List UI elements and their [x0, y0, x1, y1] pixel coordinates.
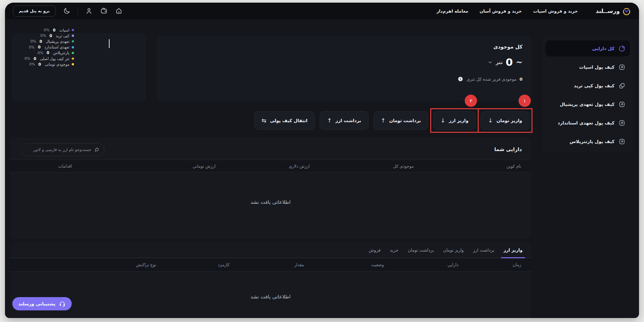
legend-percent: 0% [38, 51, 43, 55]
withdraw-toman-button[interactable]: برداشت تومان ↑ [373, 111, 428, 130]
annotation-wrapper-1: واریز تومان ↓ ۱ [481, 111, 529, 130]
arrow-down-icon: ↓ [488, 117, 493, 124]
search-icon [94, 147, 100, 153]
main-content: کل دارایی کیف پول اسپات کیف پول کپی ت [5, 19, 639, 318]
balance-unit: تتر [496, 59, 503, 65]
column-header-actions: اقدامات [10, 164, 153, 169]
column-header-coin-name: نام کوین [463, 164, 531, 169]
deposit-crypto-button[interactable]: واریز ارز ↓ [433, 111, 476, 130]
legend-value: 0 [47, 50, 49, 55]
legend-item: تعهدی استاندارد 0 0% [12, 44, 74, 50]
assets-section-title: دارایی شما [494, 146, 522, 152]
sidebar-item-label: کیف پول پارتنرپلاس [570, 139, 614, 144]
wallet-export-icon [618, 138, 625, 145]
navbar-right: ورســلند خرید و فروش اسپات خرید و فروش آ… [437, 7, 631, 16]
sidebar-item-total-assets[interactable]: کل دارایی [545, 40, 630, 56]
legend-item: پارتنرپلاس 0 0% [12, 50, 74, 56]
tab-withdraw-crypto[interactable]: برداشت ارز [473, 242, 494, 258]
tab-deposit-crypto[interactable]: واریز ارز [504, 242, 523, 258]
headset-icon [59, 300, 66, 307]
home-icon[interactable] [115, 7, 123, 15]
legend-percent: 0% [29, 62, 35, 66]
support-button[interactable]: پشتیبانی ورسلند [12, 297, 72, 310]
info-icon[interactable] [457, 76, 463, 82]
wallet-actions: واریز تومان ↓ ۱ واریز ارز ↓ ۲ برداشت توم… [254, 111, 529, 130]
annotation-wrapper-2: واریز ارز ↓ ۲ [433, 111, 476, 130]
arrow-up-icon: ↑ [327, 117, 332, 124]
column-header-total-balance: موجودی کل [344, 164, 463, 169]
column-header-asset: دارایی [417, 262, 490, 267]
logo[interactable]: ورســلند [596, 7, 631, 16]
history-empty-state: اطلاعاتی یافت نشد [10, 294, 531, 300]
column-header-status: وضعیت [338, 262, 417, 267]
sidebar-item-label: کل دارایی [592, 46, 614, 51]
legend-item: کپی ترید 0 0% [12, 33, 74, 39]
legend-label: کپی ترید [56, 34, 69, 38]
nav-link-easy-trade[interactable]: خرید و فروش آسان [480, 9, 522, 14]
frozen-balance-row: 0 موجودی فریز شده کل تتری [165, 76, 523, 82]
legend-value: 0 [40, 39, 42, 44]
currency-dropdown[interactable]: تتر 0 ~ [165, 57, 523, 67]
legend-label: موجودی تومانی [44, 62, 69, 67]
column-header-dollar-value: ارزش دلاری [255, 164, 344, 169]
legend-value: 0 [38, 45, 40, 49]
sidebar-item-label: کیف پول تعهدی پرپشیال [560, 102, 614, 107]
balance-approx-sign: ~ [516, 58, 523, 66]
tab-withdraw-toman[interactable]: برداشت تومان [408, 242, 434, 258]
dark-mode-moon-icon[interactable] [63, 7, 71, 15]
legend-value: 0 [53, 28, 55, 33]
tab-sell[interactable]: فروش [369, 242, 381, 258]
legend-item: موجودی تومانی 0 0% [12, 61, 74, 67]
old-panel-button[interactable]: برو به پنل قدیم [13, 5, 56, 17]
sidebar-item-standard-margin-wallet[interactable]: کیف پول تعهدی استاندارد [545, 115, 630, 131]
column-header-transaction-type: نوع تراکنش [10, 262, 187, 267]
navbar: ورســلند خرید و فروش اسپات خرید و فروش آ… [5, 3, 639, 19]
legend-label: پارتنرپلاس [53, 50, 69, 55]
sidebar-item-partner-plus-wallet[interactable]: کیف پول پارتنرپلاس [545, 133, 630, 149]
legend-label: تعهدی پرپشیال [46, 39, 69, 44]
legend-color-dot [72, 29, 74, 31]
tab-buy[interactable]: خرید [390, 242, 399, 258]
legend-percent: 0% [29, 45, 35, 49]
wallet-export-icon [618, 64, 625, 71]
search-input[interactable] [28, 147, 91, 152]
legend-percent: 0% [30, 39, 36, 43]
legend-item: تعهدی پرپشیال 0 0% [12, 39, 74, 44]
sidebar-item-label: کیف پول اسپات [579, 64, 614, 70]
annotation-badge-2: ۲ [465, 95, 477, 107]
nav-link-leverage-trade[interactable]: معامله اهرم‌دار [437, 9, 468, 14]
legend-label: تتر کیف پول اصلی [40, 56, 69, 61]
your-assets-card: دارایی شما نام کوین موجودی کل ارزش دلاری… [10, 138, 531, 239]
arrow-down-icon: ↓ [441, 117, 445, 124]
allocation-legend: اسپات 0 0% کپی ترید 0 0% تعهدی پرپشیال 0… [12, 27, 74, 67]
deposit-toman-button[interactable]: واریز تومان ↓ [481, 111, 529, 130]
assets-table-header: نام کوین موجودی کل ارزش دلاری ارزش تومان… [10, 160, 531, 172]
legend-label: اسپات [59, 28, 69, 33]
transfer-icon: ⇆ [262, 117, 266, 124]
sidebar-item-perpetual-margin-wallet[interactable]: کیف پول تعهدی پرپشیال [545, 96, 630, 112]
withdraw-crypto-button[interactable]: برداشت ارز ↑ [320, 111, 368, 130]
copy-icon [618, 82, 625, 89]
sidebar-item-spot-wallet[interactable]: کیف پول اسپات [545, 59, 630, 75]
asset-search-field[interactable] [22, 143, 105, 156]
wallet-sidebar: کل دارایی کیف پول اسپات کیف پول کپی ت [542, 37, 633, 153]
legend-color-dot [72, 63, 74, 65]
column-header-fee: کارمزد [187, 262, 260, 267]
balance-amount: 0 [506, 57, 513, 67]
legend-value: 0 [34, 56, 36, 61]
legend-percent: 0% [44, 28, 49, 32]
legend-value: 0 [49, 34, 52, 38]
button-label: برداشت تومان [389, 118, 421, 123]
wallet-icon[interactable] [100, 7, 108, 15]
nav-link-spot-trade[interactable]: خرید و فروش اسپات [533, 9, 578, 14]
chevron-down-icon [488, 60, 493, 65]
wallet-transfer-button[interactable]: انتقال کیف پولی ⇆ [254, 111, 315, 130]
profile-icon[interactable] [85, 7, 93, 15]
balance-title: کل موجودی [165, 44, 523, 50]
sidebar-item-copy-trade-wallet[interactable]: کیف پول کپی ترید [545, 78, 630, 94]
transaction-history-card: واریز ارز برداشت ارز واریز تومان برداشت … [10, 242, 531, 318]
nav-links: خرید و فروش اسپات خرید و فروش آسان معامل… [437, 9, 578, 14]
logo-text: ورســلند [596, 8, 620, 14]
pie-chart-icon [618, 45, 625, 52]
tab-deposit-toman[interactable]: واریز تومان [443, 242, 464, 258]
